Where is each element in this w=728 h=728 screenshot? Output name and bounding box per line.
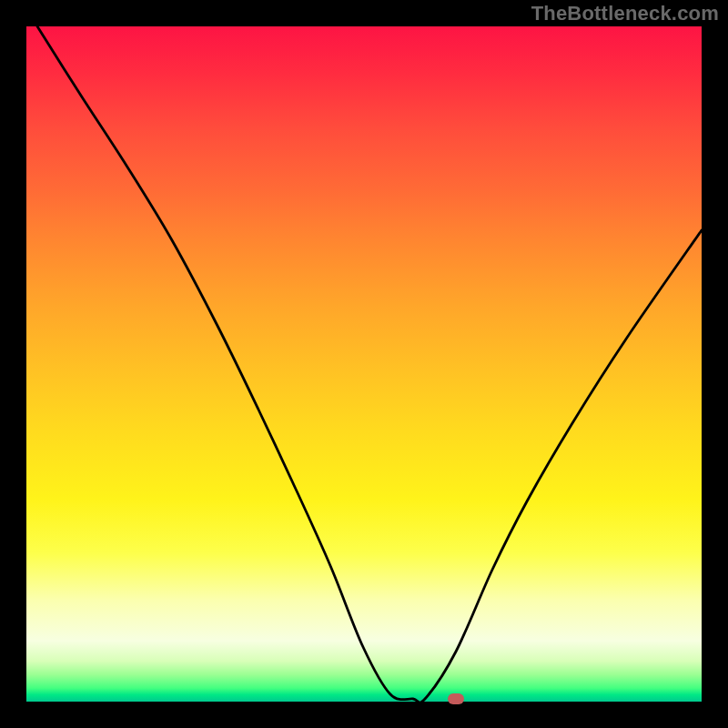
- bottleneck-curve: [26, 26, 702, 702]
- plot-area: [26, 26, 702, 702]
- chart-frame: TheBottleneck.com: [0, 0, 728, 728]
- optimum-marker: [448, 693, 464, 704]
- watermark-text: TheBottleneck.com: [531, 2, 719, 25]
